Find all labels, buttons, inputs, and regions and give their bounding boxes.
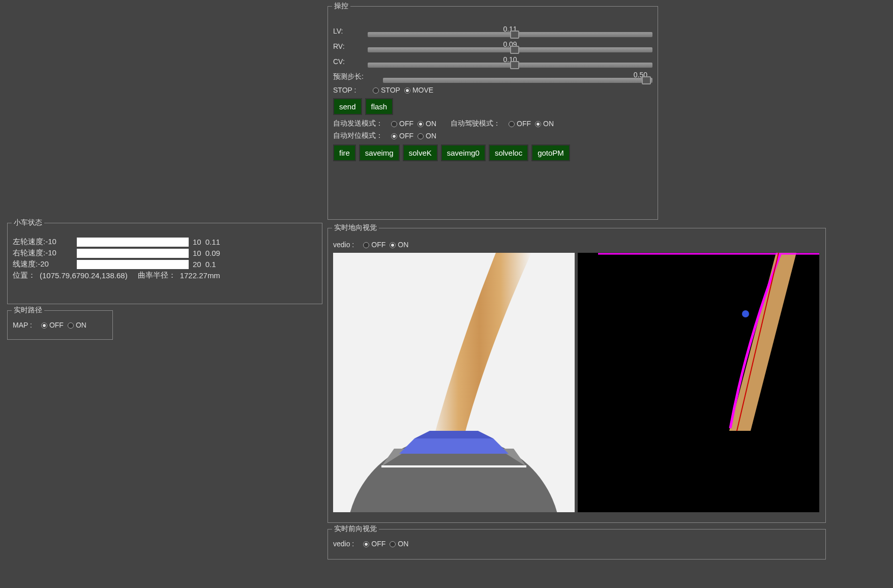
left-wheel-label: 左轮速度:-10 bbox=[13, 237, 73, 247]
svg-rect-1 bbox=[381, 465, 526, 467]
stop-row: STOP : STOP MOVE bbox=[333, 86, 652, 94]
saveimg-button[interactable]: saveimg bbox=[359, 144, 400, 161]
map-off-radio[interactable] bbox=[41, 322, 47, 329]
ground-video-left bbox=[333, 253, 575, 512]
ground-video-right bbox=[578, 253, 819, 512]
step-label: 预测步长: bbox=[333, 72, 379, 81]
right-wheel-row: 右轮速度:-10 10 0.09 bbox=[13, 248, 317, 258]
curvature-label: 曲率半径： bbox=[138, 271, 176, 280]
auto-send-row: 自动发送模式： OFF ON 自动驾驶模式： OFF ON bbox=[333, 119, 652, 128]
rv-slider-row: RV: 0.09 bbox=[333, 40, 652, 52]
step-slider[interactable]: 0.50 bbox=[383, 71, 652, 83]
gotopm-button[interactable]: gotoPM bbox=[531, 144, 570, 161]
cv-label: CV: bbox=[333, 57, 364, 66]
right-wheel-label: 右轮速度:-10 bbox=[13, 248, 73, 258]
front-vedio-label: vedio : bbox=[333, 540, 354, 548]
auto-align-off-radio[interactable] bbox=[391, 133, 397, 139]
car-status-title: 小车状态 bbox=[12, 218, 44, 227]
path-title: 实时路径 bbox=[12, 306, 44, 315]
position-value: (1075.79,6790.24,138.68) bbox=[40, 271, 128, 280]
ground-vedio-off-radio[interactable] bbox=[363, 242, 369, 248]
left-wheel-row: 左轮速度:-10 10 0.11 bbox=[13, 237, 317, 247]
position-row: 位置： (1075.79,6790.24,138.68) 曲率半径： 1722.… bbox=[13, 271, 317, 280]
auto-drive-on-radio[interactable] bbox=[535, 121, 541, 127]
linear-vel-bar bbox=[77, 260, 189, 269]
svg-point-5 bbox=[742, 310, 749, 317]
control-panel: 操控 LV: 0.11 RV: 0.09 CV: 0.10 预测步长: 0.50… bbox=[328, 6, 658, 220]
ground-vision-panel: 实时地向视觉 vedio : OFF ON bbox=[328, 228, 826, 523]
cv-slider[interactable]: 0.10 bbox=[368, 55, 652, 68]
flash-button[interactable]: flash bbox=[365, 98, 394, 115]
fire-button[interactable]: fire bbox=[333, 144, 356, 161]
control-panel-title: 操控 bbox=[332, 2, 350, 11]
solvek-button[interactable]: solveK bbox=[403, 144, 438, 161]
path-panel: 实时路径 MAP : OFF ON bbox=[7, 310, 113, 340]
car-status-panel: 小车状态 左轮速度:-10 10 0.11 右轮速度:-10 10 0.09 线… bbox=[7, 223, 322, 304]
step-slider-row: 预测步长: 0.50 bbox=[333, 71, 652, 83]
stop-radio-move[interactable] bbox=[404, 87, 410, 94]
lv-slider[interactable]: 0.11 bbox=[368, 25, 652, 37]
linear-vel-row: 线速度:-20 20 0.1 bbox=[13, 259, 317, 269]
ground-vision-title: 实时地向视觉 bbox=[332, 223, 379, 232]
lv-slider-row: LV: 0.11 bbox=[333, 25, 652, 37]
auto-send-on-radio[interactable] bbox=[418, 121, 424, 127]
cv-slider-row: CV: 0.10 bbox=[333, 55, 652, 68]
lv-label: LV: bbox=[333, 27, 364, 35]
curvature-value: 1722.27mm bbox=[180, 271, 220, 280]
auto-send-label: 自动发送模式： bbox=[333, 119, 383, 128]
auto-align-on-radio[interactable] bbox=[418, 133, 424, 139]
front-vedio-on-radio[interactable] bbox=[390, 541, 396, 547]
rv-label: RV: bbox=[333, 42, 364, 50]
stop-radio-stop[interactable] bbox=[373, 87, 379, 94]
map-on-radio[interactable] bbox=[68, 322, 74, 329]
right-wheel-bar bbox=[77, 249, 189, 258]
stop-label: STOP : bbox=[333, 86, 364, 94]
ground-vedio-label: vedio : bbox=[333, 241, 354, 249]
front-vision-panel: 实时前向视觉 vedio : OFF ON bbox=[328, 529, 826, 560]
linear-vel-label: 线速度:-20 bbox=[13, 259, 73, 269]
auto-align-row: 自动对位模式： OFF ON bbox=[333, 131, 652, 140]
front-vedio-off-radio[interactable] bbox=[363, 541, 369, 547]
auto-drive-label: 自动驾驶模式： bbox=[451, 119, 500, 128]
left-wheel-bar bbox=[77, 238, 189, 247]
solveloc-button[interactable]: solveloc bbox=[489, 144, 528, 161]
send-button[interactable]: send bbox=[333, 98, 362, 115]
front-vision-title: 实时前向视觉 bbox=[332, 524, 379, 534]
rv-slider[interactable]: 0.09 bbox=[368, 40, 652, 52]
ground-vedio-on-radio[interactable] bbox=[390, 242, 396, 248]
saveimg0-button[interactable]: saveimg0 bbox=[441, 144, 486, 161]
auto-send-off-radio[interactable] bbox=[391, 121, 397, 127]
map-label: MAP : bbox=[13, 321, 32, 329]
auto-drive-off-radio[interactable] bbox=[509, 121, 515, 127]
auto-align-label: 自动对位模式： bbox=[333, 131, 383, 140]
position-label: 位置： bbox=[13, 271, 36, 280]
